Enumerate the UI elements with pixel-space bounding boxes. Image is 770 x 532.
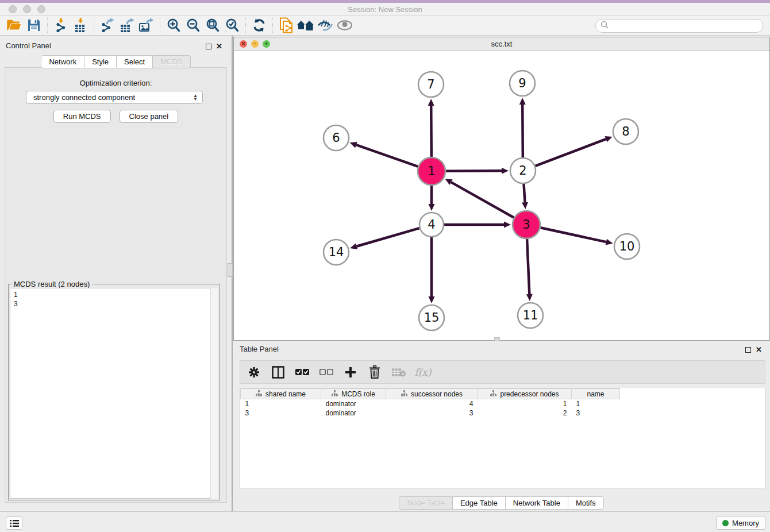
svg-text:4: 4 — [428, 218, 435, 232]
select-stepper-icon: ▲▼ — [193, 94, 198, 101]
tab-network[interactable]: Network — [41, 55, 84, 68]
column-header-successor-nodes[interactable]: successor nodes — [386, 389, 478, 399]
search-field[interactable] — [595, 19, 763, 33]
graph-node-4[interactable]: 4 — [419, 213, 444, 237]
zoom-in-icon[interactable] — [164, 17, 183, 34]
delete-column-icon[interactable] — [367, 364, 383, 380]
table-settings-icon[interactable] — [246, 364, 262, 380]
result-scrollbar[interactable] — [210, 288, 218, 499]
table-toolbar: f(x) — [240, 360, 765, 384]
graph-node-8[interactable]: 8 — [613, 119, 638, 144]
svg-text:3: 3 — [522, 218, 530, 232]
zoom-fit-icon[interactable] — [203, 17, 222, 34]
tab-node-table[interactable]: Node Table — [399, 496, 453, 510]
graph-node-1[interactable]: 1 — [418, 157, 445, 185]
show-all-networks-icon[interactable] — [296, 17, 315, 34]
graph-node-2[interactable]: 2 — [510, 158, 536, 183]
vertical-splitter-handle[interactable] — [228, 263, 233, 277]
table-tabs: Node TableEdge TableNetwork TableMotifs — [233, 496, 770, 510]
save-session-icon[interactable] — [24, 17, 44, 34]
network-view-titlebar: ✕ − + scc.txt — [234, 37, 769, 51]
tab-mcds[interactable]: MCDS — [152, 55, 190, 68]
deselect-all-rows-icon[interactable] — [318, 364, 334, 380]
graph-node-14[interactable]: 14 — [324, 240, 349, 265]
clone-network-icon[interactable] — [276, 17, 296, 34]
network-view-title: scc.txt — [234, 40, 769, 48]
close-panel-icon[interactable]: ✕ — [216, 42, 222, 51]
svg-text:15: 15 — [424, 311, 440, 325]
shared-column-icon — [490, 390, 496, 398]
tab-motifs[interactable]: Motifs — [568, 496, 604, 510]
table-row[interactable]: 1dominator411 — [241, 399, 620, 408]
criterion-select[interactable]: strongly connected component ▲▼ — [26, 91, 203, 104]
close-panel-button[interactable]: Close panel — [120, 110, 179, 123]
svg-text:11: 11 — [523, 309, 538, 322]
mcds-result-title: MCDS result (2 nodes) — [11, 280, 92, 288]
node-table: shared nameMCDS rolesuccessor nodesprede… — [240, 388, 620, 418]
memory-label: Memory — [732, 519, 759, 527]
toolbar-separator — [94, 18, 94, 33]
shared-column-icon — [401, 390, 407, 398]
graph-node-10[interactable]: 10 — [614, 234, 640, 259]
tab-style[interactable]: Style — [84, 55, 117, 68]
toolbar-separator — [272, 18, 273, 33]
hide-elements-icon[interactable] — [315, 17, 335, 34]
app-titlebar: Session: New Session — [0, 3, 770, 16]
open-file-icon[interactable] — [5, 17, 24, 34]
tab-edge-table[interactable]: Edge Table — [452, 496, 506, 510]
export-table-icon[interactable] — [117, 17, 137, 34]
tab-select[interactable]: Select — [116, 55, 153, 68]
zoom-out-icon[interactable] — [183, 17, 203, 34]
tab-network-table[interactable]: Network Table — [505, 496, 568, 510]
close-table-panel-icon[interactable]: ✕ — [756, 345, 762, 354]
svg-text:8: 8 — [622, 125, 629, 138]
mcds-result-list[interactable]: 1 3 — [10, 288, 211, 499]
control-panel-tabs: NetworkStyleSelectMCDS — [0, 55, 232, 68]
refresh-icon[interactable] — [249, 17, 269, 34]
run-mcds-button[interactable]: Run MCDS — [53, 110, 111, 123]
horizontal-splitter-handle[interactable] — [494, 337, 500, 341]
node-table-area: shared nameMCDS rolesuccessor nodesprede… — [240, 388, 765, 488]
memory-button[interactable]: Memory — [716, 516, 765, 530]
graph-node-9[interactable]: 9 — [510, 71, 535, 96]
network-view-window: ✕ − + scc.txt 7968124314101511 — [233, 37, 770, 341]
show-elements-icon[interactable] — [335, 17, 355, 34]
mcds-result-group: MCDS result (2 nodes) 1 3 — [8, 284, 220, 500]
add-column-icon[interactable] — [342, 364, 359, 380]
svg-text:6: 6 — [332, 131, 340, 145]
graph-node-6[interactable]: 6 — [324, 125, 349, 151]
toolbar-separator — [160, 18, 160, 33]
export-network-icon[interactable] — [98, 17, 117, 34]
table-header-row: shared nameMCDS rolesuccessor nodesprede… — [241, 389, 620, 399]
network-canvas[interactable]: 7968124314101511 — [234, 51, 769, 340]
show-columns-icon[interactable] — [270, 364, 286, 380]
float-table-panel-icon[interactable] — [745, 347, 751, 353]
column-header-MCDS-role[interactable]: MCDS role — [321, 389, 386, 399]
session-title: Session: New Session — [0, 5, 770, 14]
graph-node-7[interactable]: 7 — [418, 72, 444, 97]
graph-node-11[interactable]: 11 — [518, 303, 543, 328]
import-table-icon[interactable] — [71, 17, 90, 34]
zoom-selected-icon[interactable] — [222, 17, 242, 34]
network-graph: 7968124314101511 — [234, 51, 769, 340]
import-network-icon[interactable] — [51, 17, 71, 34]
optimization-label: Optimization criterion: — [0, 79, 232, 87]
task-history-button[interactable] — [6, 516, 22, 530]
status-bar: Memory — [0, 511, 770, 532]
svg-text:10: 10 — [619, 240, 635, 253]
select-all-rows-icon[interactable] — [294, 364, 310, 380]
column-header-predecessor-nodes[interactable]: predecessor nodes — [478, 389, 572, 399]
graph-node-3[interactable]: 3 — [513, 211, 540, 238]
export-image-icon[interactable] — [137, 17, 156, 34]
svg-text:14: 14 — [329, 245, 344, 259]
table-panel-title: Table Panel — [240, 345, 279, 353]
column-header-name[interactable]: name — [572, 389, 620, 399]
float-panel-icon[interactable] — [206, 44, 211, 49]
criterion-value: strongly connected component — [33, 93, 135, 102]
table-row[interactable]: 3dominator323 — [241, 408, 620, 418]
column-header-shared-name[interactable]: shared name — [241, 389, 321, 399]
svg-text:2: 2 — [519, 164, 526, 178]
control-panel-title: Control Panel — [6, 41, 51, 50]
search-icon — [600, 21, 609, 31]
graph-node-15[interactable]: 15 — [419, 305, 444, 330]
